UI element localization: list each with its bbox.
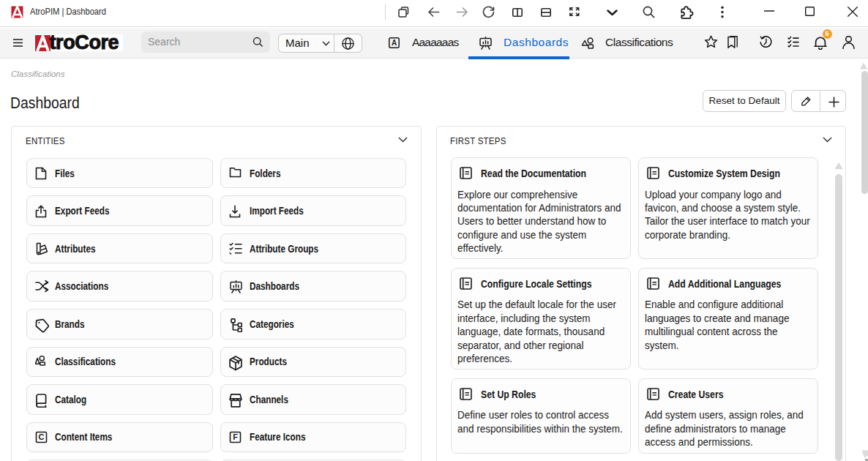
- svg-text:F: F: [233, 433, 238, 442]
- svg-text:C: C: [38, 433, 44, 442]
- svg-text:A: A: [392, 39, 397, 47]
